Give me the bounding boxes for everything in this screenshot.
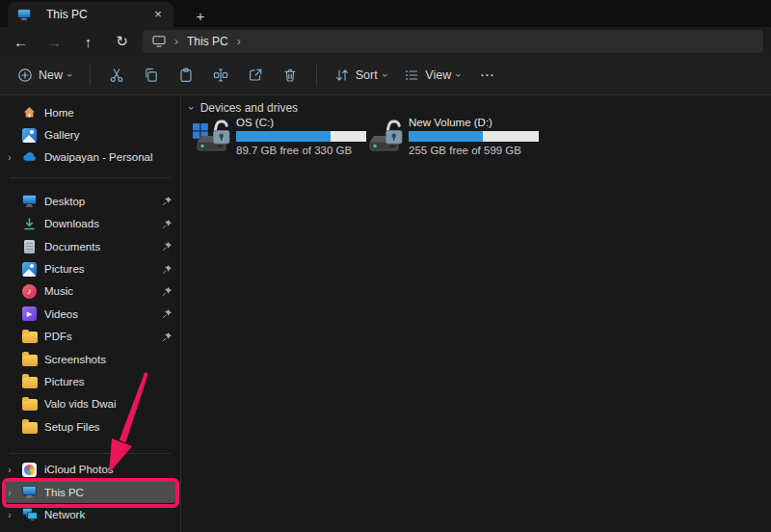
sidebar-item-onedrive[interactable]: › Dwaipayan - Personal (4, 146, 176, 169)
new-button[interactable]: New › (10, 62, 80, 89)
sidebar-item-label: Valo vids Dwai (44, 398, 173, 410)
delete-button[interactable] (274, 62, 306, 89)
sidebar-item-label: Gallery (44, 129, 173, 141)
chevron-right-icon[interactable]: › (8, 151, 21, 163)
sidebar-item-music[interactable]: ♪ Music (4, 280, 176, 303)
sidebar-item-label: Pictures (44, 376, 173, 387)
sidebar-item-icloud-photos[interactable]: › iCloud Photos (4, 458, 176, 480)
pin-icon (160, 219, 173, 229)
folder-icon (21, 352, 38, 367)
breadcrumb-chevron-icon[interactable]: › (237, 35, 241, 48)
music-icon: ♪ (21, 283, 38, 299)
sidebar-item-setup-files[interactable]: Setup Files (4, 415, 176, 438)
navigation-bar: ← → ↑ ↻ › This PC › (0, 27, 771, 56)
sidebar-item-pdfs[interactable]: PDFs (4, 326, 176, 348)
sidebar-item-pictures-folder[interactable]: Pictures (4, 370, 176, 392)
sidebar-item-valo-vids[interactable]: Valo vids Dwai (4, 393, 176, 415)
tab-this-pc[interactable]: This PC × (8, 2, 173, 27)
this-pc-monitor-icon (21, 485, 38, 500)
chevron-down-icon: › (65, 73, 76, 77)
tab-close-icon[interactable]: × (150, 7, 166, 22)
forward-icon[interactable]: → (47, 34, 62, 50)
this-pc-location-icon (152, 36, 166, 47)
sidebar-item-screenshots[interactable]: Screenshots (4, 348, 176, 370)
sidebar-item-videos[interactable]: ▶ Videos (4, 303, 176, 325)
free-space-text: 89.7 GB free of 330 GB (236, 145, 366, 156)
chevron-right-icon[interactable]: › (8, 464, 21, 475)
folder-icon (21, 374, 38, 389)
sidebar-item-label: Setup Files (44, 421, 173, 433)
folder-icon (21, 329, 38, 344)
file-explorer-window: This PC × + ← → ↑ ↻ › This PC › New › (0, 0, 771, 532)
drive-d-info: New Volume (D:) 255 GB free of 599 GB (409, 117, 539, 156)
refresh-icon[interactable]: ↻ (115, 33, 129, 50)
sidebar-item-label: Downloads (44, 218, 160, 229)
breadcrumb-chevron-icon: › (174, 35, 178, 48)
command-toolbar: New › Sort › View › (0, 56, 771, 95)
pin-icon (160, 332, 173, 342)
drive-name: New Volume (D:) (409, 117, 539, 129)
cut-button[interactable] (100, 62, 133, 89)
capacity-bar (236, 131, 366, 142)
sidebar-item-downloads[interactable]: Downloads (4, 213, 176, 235)
sidebar-item-label: This PC (44, 487, 173, 498)
view-button-label: View (425, 68, 451, 82)
up-icon[interactable]: ↑ (81, 34, 95, 50)
sidebar-item-label: Dwaipayan - Personal (44, 151, 173, 163)
sidebar-item-gallery[interactable]: Gallery (4, 123, 176, 146)
network-icon (21, 507, 38, 522)
address-bar[interactable]: › This PC › (143, 30, 763, 53)
desktop-icon (21, 194, 38, 209)
chevron-down-icon: › (453, 73, 465, 77)
pin-icon (160, 264, 173, 275)
folder-icon (21, 396, 38, 412)
sidebar-item-network[interactable]: › Network (4, 503, 176, 525)
downloads-icon (21, 216, 38, 231)
copy-button[interactable] (135, 62, 168, 89)
trash-icon (282, 67, 298, 83)
toolbar-separator (316, 65, 317, 86)
sidebar-item-label: Network (44, 509, 173, 520)
sidebar-item-desktop[interactable]: Desktop (4, 190, 176, 212)
share-icon (248, 67, 263, 83)
pin-icon (160, 196, 173, 206)
paste-button[interactable] (170, 62, 202, 89)
sort-button-label: Sort (356, 68, 378, 82)
new-tab-button[interactable]: + (191, 8, 210, 24)
documents-icon (21, 239, 38, 254)
chevron-right-icon[interactable]: › (8, 487, 21, 498)
sidebar-item-label: Home (44, 107, 173, 119)
rename-button[interactable] (204, 62, 237, 89)
rename-icon (213, 67, 228, 83)
share-button[interactable] (239, 62, 272, 89)
sidebar-divider (10, 453, 171, 454)
sidebar-divider (10, 177, 171, 178)
navigation-pane: Home Gallery › Dwaipayan - Personal Desk… (0, 96, 181, 532)
drive-c-icon (190, 117, 234, 155)
devices-and-drives-group[interactable]: › Devices and drives (190, 101, 771, 115)
sort-button[interactable]: Sort › (327, 62, 395, 89)
drive-new-volume-d[interactable]: New Volume (D:) 255 GB free of 599 GB (362, 117, 535, 156)
more-options-button[interactable]: ⋯ (470, 63, 505, 88)
back-icon[interactable]: ← (13, 34, 28, 50)
drive-os-c[interactable]: OS (C:) 89.7 GB free of 330 GB (190, 117, 362, 156)
sidebar-item-label: Screenshots (44, 354, 173, 365)
sidebar-item-documents[interactable]: Documents (4, 235, 176, 257)
sidebar-item-label: Documents (44, 241, 160, 253)
gallery-icon (21, 127, 38, 143)
view-button[interactable]: View › (396, 62, 468, 89)
sidebar-item-home[interactable]: Home (4, 101, 176, 123)
chevron-down-icon: › (379, 73, 390, 77)
drive-tiles: OS (C:) 89.7 GB free of 330 GB (190, 117, 771, 156)
collapse-chevron-icon[interactable]: › (186, 106, 198, 110)
paste-icon (178, 67, 194, 83)
capacity-bar-fill (409, 131, 483, 142)
sidebar-item-label: Pictures (44, 263, 160, 275)
free-space-text: 255 GB free of 599 GB (409, 145, 539, 156)
chevron-right-icon[interactable]: › (8, 509, 21, 520)
breadcrumb-location[interactable]: This PC (187, 35, 228, 48)
sort-icon (334, 67, 350, 83)
sidebar-item-this-pc[interactable]: › This PC (4, 481, 176, 503)
pictures-icon (21, 261, 38, 277)
sidebar-item-pictures[interactable]: Pictures (4, 257, 176, 279)
